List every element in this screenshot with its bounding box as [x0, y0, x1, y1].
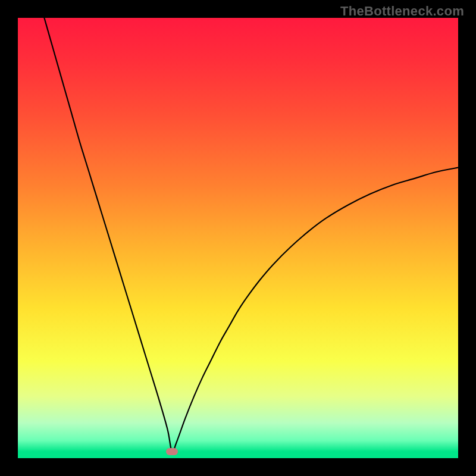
curve-layer [18, 18, 458, 458]
watermark-label: TheBottleneck.com [340, 4, 464, 19]
plot-area [18, 18, 458, 458]
bottleneck-curve [44, 18, 458, 452]
optimum-marker [166, 448, 178, 455]
chart-frame: TheBottleneck.com [0, 0, 476, 476]
